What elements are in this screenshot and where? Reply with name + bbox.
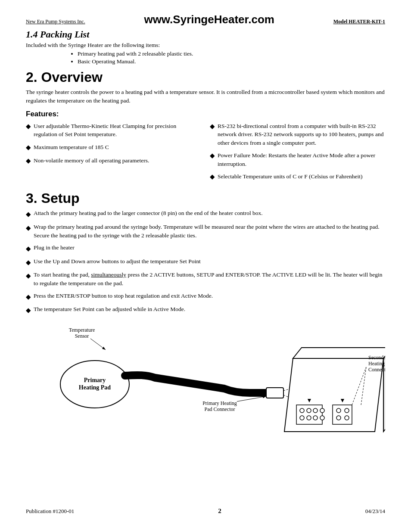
features-grid: ◆ User adjustable Thermo-Kinetic Heat Cl… [26, 122, 385, 187]
bullet-icon: ◆ [26, 305, 31, 315]
bullet-icon: ◆ [26, 292, 31, 302]
bullet-icon: ◆ [26, 156, 31, 166]
list-item: ◆ Plug in the heater [26, 243, 385, 254]
list-item: ◆ Wrap the primary heating pad around th… [26, 223, 385, 240]
svg-point-16 [320, 408, 324, 413]
bullet-icon: ◆ [210, 172, 215, 182]
website: www.SyringeHeater.com [144, 13, 274, 26]
primary-pad-label: Primary [84, 377, 106, 383]
svg-point-22 [336, 408, 341, 413]
svg-point-20 [320, 416, 324, 420]
list-item: Primary heating pad with 2 releasable pl… [78, 50, 385, 57]
page-number: 2 [218, 507, 221, 515]
publication-number: Publication #1200-01 [26, 508, 74, 515]
list-item: Basic Operating Manual. [78, 58, 385, 65]
section3: 3. Setup ◆ Attach the primary heating pa… [26, 190, 385, 449]
temp-sensor-label: Temperature [69, 327, 95, 333]
bullet-icon: ◆ [26, 122, 31, 131]
list-item: ◆ The temperature Set Point can be adjus… [26, 305, 385, 315]
feature-item: ◆ User adjustable Thermo-Kinetic Heat Cl… [26, 122, 201, 139]
packing-list: Primary heating pad with 2 releasable pl… [78, 50, 385, 65]
svg-point-13 [300, 408, 304, 413]
svg-point-23 [345, 408, 349, 413]
svg-point-18 [307, 416, 311, 420]
svg-text:▼: ▼ [339, 397, 346, 404]
svg-text:▼: ▼ [306, 397, 312, 404]
packing-intro: Included with the Syringe Heater are the… [26, 42, 385, 49]
svg-point-14 [307, 408, 311, 413]
model-number: Model HEATER-KIT-1 [333, 19, 385, 25]
feature-item: ◆ Maximum temperature of 185 C [26, 143, 201, 152]
feature-item: ◆ Power Failure Mode: Restarts the heate… [210, 151, 385, 168]
svg-rect-21 [333, 405, 352, 424]
features-title: Features: [26, 110, 385, 118]
bullet-icon: ◆ [26, 271, 31, 281]
section14-title: 1.4 Packing List [26, 29, 385, 40]
date: 04/23/14 [365, 508, 385, 515]
features-col-right: ◆ RS-232 bi-directional control from a c… [210, 122, 385, 187]
list-item: ◆ Use the Up and Down arrow buttons to a… [26, 257, 385, 268]
svg-text:Heating Pad: Heating Pad [79, 384, 111, 391]
bullet-icon: ◆ [210, 122, 215, 131]
section2-title: 2. Overview [26, 69, 385, 85]
section3-title: 3. Setup [26, 190, 385, 206]
feature-item: ◆ Non-volatile memory of all operating p… [26, 156, 201, 166]
svg-rect-12 [296, 405, 322, 424]
svg-rect-4 [266, 388, 283, 398]
setup-list: ◆ Attach the primary heating pad to the … [26, 209, 385, 315]
feature-item: ◆ RS-232 bi-directional control from a c… [210, 122, 385, 147]
bullet-icon: ◆ [26, 143, 31, 152]
svg-text:Sensor: Sensor [75, 333, 89, 339]
page-footer: Publication #1200-01 2 04/23/14 [26, 507, 385, 515]
feature-item: ◆ Selectable Temperature units of C or F… [210, 172, 385, 182]
primary-connector-label: Primary Heating [202, 400, 237, 406]
svg-point-19 [313, 416, 318, 420]
list-item: ◆ To start heating the pad, simultaneous… [26, 271, 385, 288]
bullet-icon: ◆ [26, 223, 31, 233]
diagram-svg: Temperature Sensor Primary Heating Pad P… [26, 320, 385, 449]
page-header: New Era Pump Systems Inc. www.SyringeHea… [26, 13, 385, 26]
company-name: New Era Pump Systems Inc. [26, 19, 85, 25]
diagram: Temperature Sensor Primary Heating Pad P… [26, 320, 385, 449]
svg-point-24 [336, 416, 341, 420]
svg-text:Pad Connector: Pad Connector [205, 406, 235, 412]
list-item: ◆ Press the ENTER/STOP button to stop he… [26, 292, 385, 302]
bullet-icon: ◆ [26, 244, 31, 254]
secondary-connector-label: Secondary [368, 355, 385, 361]
svg-text:Heating Pad: Heating Pad [368, 361, 385, 367]
svg-point-25 [345, 416, 349, 420]
bullet-icon: ◆ [26, 209, 31, 219]
bullet-icon: ◆ [26, 258, 31, 268]
features-col-left: ◆ User adjustable Thermo-Kinetic Heat Cl… [26, 122, 201, 187]
svg-point-15 [313, 408, 318, 413]
svg-line-1 [90, 339, 106, 350]
list-item: ◆ Attach the primary heating pad to the … [26, 209, 385, 219]
section2: 2. Overview The syringe heater controls … [26, 69, 385, 186]
bullet-icon: ◆ [210, 151, 215, 161]
overview-text: The syringe heater controls the power to… [26, 88, 385, 106]
svg-text:Connector: Connector [368, 367, 385, 373]
simultaneously-text: simultaneously [91, 271, 126, 278]
svg-line-6 [237, 396, 266, 401]
svg-point-17 [300, 416, 304, 420]
